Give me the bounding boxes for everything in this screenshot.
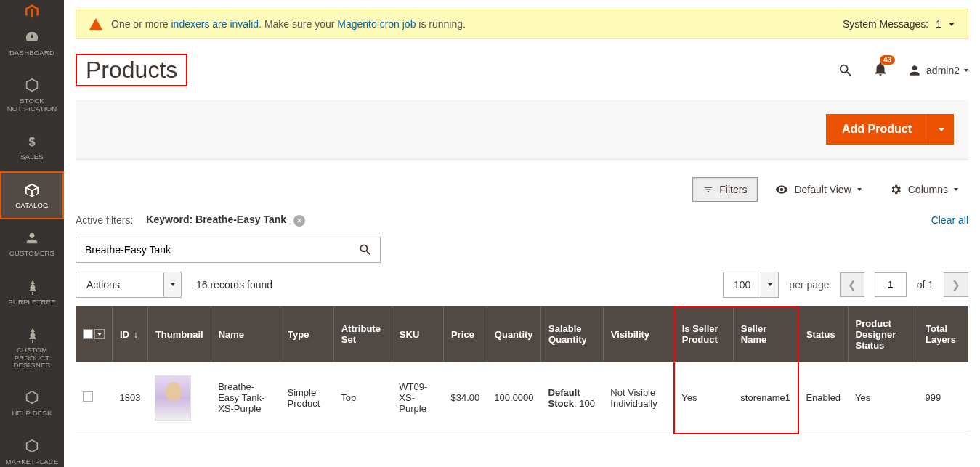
sidebar-item-custom-product-designer[interactable]: CUSTOM PRODUCT DESIGNER (0, 316, 64, 379)
column-header[interactable]: Attribute Set (333, 306, 392, 362)
default-view-button[interactable]: Default View (765, 177, 871, 202)
row-checkbox[interactable] (83, 391, 93, 402)
column-header[interactable]: Thumbnail (147, 306, 211, 362)
sidebar-item-customers[interactable]: CUSTOMERS (0, 219, 64, 267)
sidebar-item-label: SALES (20, 153, 44, 161)
page-size-select[interactable]: 100 (723, 272, 779, 298)
column-header[interactable]: Salable Quantity (541, 306, 604, 362)
remove-filter-icon[interactable]: ✕ (293, 215, 305, 227)
sidebar-item-label: PURPLETREE (8, 299, 55, 306)
column-header[interactable]: Product Designer Status (848, 306, 918, 362)
chevron-down-icon (768, 283, 772, 286)
add-product-dropdown[interactable] (928, 114, 954, 145)
page-input[interactable] (875, 272, 907, 297)
filters-button[interactable]: Filters (692, 177, 758, 202)
per-page-label: per page (789, 279, 829, 291)
keyword-search (76, 237, 381, 263)
tree-icon (24, 278, 40, 296)
cell-qty: 100.0000 (487, 362, 540, 434)
global-search-icon[interactable] (838, 62, 854, 78)
sidebar-item-marketplace[interactable]: MARKETPLACE (0, 428, 64, 434)
next-page-button[interactable]: ❯ (944, 272, 968, 297)
sidebar-item-sales[interactable]: $SALES (0, 123, 64, 171)
active-filters-label: Active filters: (76, 214, 133, 226)
filter-chip: Keyword: Breathe-Easy Tank ✕ (146, 214, 305, 227)
sidebar-item-label: DASHBOARD (9, 49, 54, 57)
system-messages-toggle[interactable]: System Messages: 1 (843, 18, 955, 30)
chevron-down-icon (964, 69, 968, 72)
active-filters-bar: Active filters: Keyword: Breathe-Easy Ta… (76, 214, 968, 227)
search-input[interactable] (76, 237, 351, 262)
column-header[interactable]: Total Layers (918, 306, 968, 362)
cell-layers: 999 (918, 362, 968, 434)
cell-salable: Default Stock: 100 (541, 362, 604, 434)
chevron-down-icon (857, 188, 862, 191)
search-submit[interactable] (351, 243, 380, 257)
system-message-bar: One or more indexers are invalid. Make s… (76, 9, 968, 39)
column-header[interactable]: Type (280, 306, 333, 362)
cell-price: $34.00 (444, 362, 487, 434)
sidebar-item-label: CUSTOMERS (9, 250, 54, 257)
magento-logo[interactable] (0, 0, 64, 19)
dollar-icon: $ (24, 133, 40, 150)
column-header[interactable] (76, 306, 113, 362)
columns-button[interactable]: Columns (879, 177, 968, 202)
user-icon (907, 63, 922, 78)
select-all-checkbox[interactable] (83, 329, 105, 339)
system-message-text: One or more indexers are invalid. Make s… (111, 18, 466, 30)
page-of-label: of 1 (917, 279, 934, 291)
thumbnail-image[interactable] (155, 375, 191, 421)
cell-seller-name: storename1 (733, 362, 798, 434)
column-header[interactable]: Status (798, 306, 848, 362)
sidebar-item-help-desk[interactable]: HELP DESK (0, 379, 64, 427)
column-header[interactable]: Visibility (603, 306, 674, 362)
cell-id: 1803 (113, 362, 148, 434)
cell-attr-set: Top (333, 362, 392, 434)
user-menu[interactable]: admin2 (907, 63, 968, 78)
clear-all-link[interactable]: Clear all (931, 214, 968, 226)
svg-text:$: $ (28, 135, 35, 148)
column-header[interactable]: ID ↓ (113, 306, 148, 362)
sidebar-item-label: CATALOG (15, 202, 48, 209)
records-count: 16 records found (196, 279, 272, 291)
gear-icon (889, 183, 902, 196)
cell-sku: WT09-XS-Purple (392, 362, 443, 434)
notifications-button[interactable]: 43 (872, 61, 888, 79)
sidebar-item-purpletree[interactable]: PURPLETREE (0, 268, 64, 316)
table-row[interactable]: 1803 Breathe-Easy Tank-XS-Purple Simple … (76, 362, 968, 434)
column-header[interactable]: Is Seller Product (674, 306, 733, 362)
hex-icon (24, 77, 40, 94)
prev-page-button[interactable]: ❮ (840, 272, 864, 297)
cell-pd-status: Yes (848, 362, 918, 434)
notification-count: 43 (880, 55, 895, 65)
cell-name: Breathe-Easy Tank-XS-Purple (211, 362, 280, 434)
funnel-icon (703, 184, 713, 195)
page-header: Products 43 admin2 (76, 54, 968, 86)
chevron-down-icon (954, 188, 958, 191)
person-icon (24, 230, 40, 247)
sidebar-item-stock-notification[interactable]: STOCK NOTIFICATION (0, 67, 64, 123)
column-header[interactable]: SKU (392, 306, 443, 362)
page-title: Products (76, 54, 187, 86)
column-header[interactable]: Name (211, 306, 280, 362)
column-header[interactable]: Seller Name (733, 306, 798, 362)
indexers-link[interactable]: indexers are invalid (171, 18, 259, 30)
search-row (76, 237, 968, 263)
actions-dropdown[interactable]: Actions (76, 272, 182, 298)
chevron-down-icon (171, 283, 175, 286)
tree-icon (24, 326, 40, 344)
magento-logo-icon (24, 4, 40, 20)
sidebar-item-dashboard[interactable]: DASHBOARD (0, 19, 64, 67)
sidebar-item-catalog[interactable]: CATALOG (0, 171, 64, 219)
products-table-wrap: ID ↓ThumbnailNameTypeAttribute SetSKUPri… (76, 306, 968, 434)
add-product-button[interactable]: Add Product (826, 114, 928, 145)
column-header[interactable]: Quantity (487, 306, 540, 362)
products-table: ID ↓ThumbnailNameTypeAttribute SetSKUPri… (76, 306, 968, 434)
cell-type: Simple Product (280, 362, 333, 434)
hex-icon (24, 389, 40, 407)
chevron-down-icon (939, 128, 944, 131)
cron-link[interactable]: Magento cron job (337, 18, 416, 30)
main-content: One or more indexers are invalid. Make s… (64, 9, 980, 434)
search-icon (358, 243, 373, 257)
column-header[interactable]: Price (444, 306, 487, 362)
